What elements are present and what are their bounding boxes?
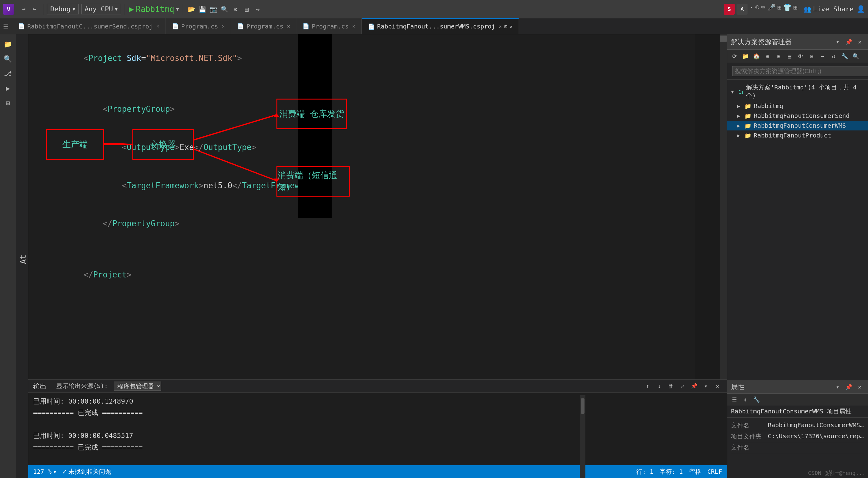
debug-dropdown[interactable]: Debug ▼ [47,4,79,14]
props-row-filename: 文件名 RabbitmqFanoutConsumerWMS.cspro [731,420,864,431]
output-close-icon[interactable]: ✕ [713,381,722,391]
output-body[interactable]: 已用时间: 00:00:00.1248970 ========== 已完成 ==… [28,392,727,465]
toolbar-sep2 [125,4,125,15]
toolbar-misc-icon2[interactable]: ▤ [242,4,252,14]
tree-item-consumer-send[interactable]: ▶ 📁 RabbitmqFanoutConsumerSend [727,111,868,121]
output-row-5: ========== 已完成 ========== [33,442,722,453]
editor-scrollbar[interactable] [720,34,727,379]
status-col: 字符: 1 [659,468,683,476]
sidebar-icon-git[interactable]: ⎇ [1,67,15,80]
status-crlf[interactable]: CRLF [707,468,722,475]
se-toolbar-more[interactable]: ⋯ [818,52,827,61]
props-row-filename2: 文件名 [731,442,864,453]
run-button[interactable]: ▶ Rabbitmq ▼ [129,4,179,14]
se-toolbar-folder[interactable]: 📁 [741,52,750,61]
se-pin-icon[interactable]: 📌 [844,37,853,46]
editor-area[interactable]: <Project Sdk="Microsoft.NET.Sdk"> <Prope… [28,34,727,379]
solution-search-box-container [727,63,868,80]
se-toolbar-filter[interactable]: ▤ [785,52,794,61]
output-clear-icon[interactable]: 🗑 [666,381,676,391]
se-toolbar-collapse[interactable]: ⊟ [807,52,816,61]
solution-tree: ▼ 🗂 解决方案'Rabbitmq'(4 个项目，共 4 个) ▶ 📁 Rabb… [727,80,868,380]
output-header-icons: ↑ ↓ 🗑 ⇌ 📌 ▾ ✕ [643,381,722,391]
tab-program-cs-3[interactable]: 📄 Program.cs ✕ [297,19,362,34]
toolbar-sep1 [43,4,43,15]
tree-item-consumer-wms[interactable]: ▶ 📁 RabbitmqFanoutConsumerWMS [727,121,868,131]
se-toolbar-props[interactable]: ⊞ [763,52,772,61]
props-pin-icon[interactable]: 📌 [844,382,853,391]
status-zoom[interactable]: 127 % ▼ [33,468,56,475]
props-toolbar-icon2[interactable]: ↕ [741,395,750,404]
sidebar-icon-debug-run[interactable]: ▶ [1,81,15,95]
se-close-icon[interactable]: ✕ [855,37,864,46]
account-icon[interactable]: 👤 [857,5,865,13]
logo-icon: V [3,4,14,15]
toolbar-open-file-icon[interactable]: 📂 [187,4,196,14]
se-minimize-icon[interactable]: ▾ [833,37,842,46]
code-line-4: <OutputType>Exe</OutputType> [36,128,720,167]
tab-csproj-wms[interactable]: 📄 RabbitmqFanout...sumerWMS.csproj ✕ ⊡ ✕ [362,19,519,34]
se-toolbar-settings[interactable]: ⚙ [774,52,783,61]
tab-program-cs-2[interactable]: 📄 Program.cs ✕ [231,19,297,34]
toolbar-icon-undo[interactable]: ↩ [19,4,29,14]
live-share-area: S A · ☺ ⌨ 🎤 ⊞ 👕 ⊞ 👥 Live Share 👤 [724,4,865,15]
props-toolbar-icon3[interactable]: 🔧 [752,395,761,404]
input-method-icons: S A · ☺ ⌨ 🎤 ⊞ 👕 ⊞ [724,4,797,15]
tree-item-rabbitmq[interactable]: ▶ 📁 Rabbitmq [727,101,868,111]
sidebar-icon-search[interactable]: 🔍 [1,52,15,66]
code-line-2 [36,77,720,90]
ime-dot-icon: · [749,4,753,15]
tree-item-fanout-product[interactable]: ▶ 📁 RabbitmqFanoutProduct [727,131,868,140]
code-line-1: <Project Sdk="Microsoft.NET.Sdk"> [36,39,720,77]
tab-item-menu[interactable]: ☰ [0,19,12,34]
output-scroll-up-icon[interactable]: ↑ [643,381,652,391]
tab-program-cs-1[interactable]: 📄 Program.cs ✕ [166,19,231,34]
code-line-3: <PropertyGroup> [36,90,720,128]
output-source-label: 显示输出来源(S): [56,382,108,390]
toolbar-save-icon[interactable]: 💾 [198,4,208,14]
ime-mic-icon: 🎤 [767,4,775,15]
ime-face-icon: ☺ [755,4,760,15]
status-right: 行: 1 字符: 1 空格 CRLF [636,468,722,476]
toolbar-camera-icon[interactable]: 📷 [209,4,219,14]
output-minimize-icon[interactable]: ▾ [701,381,710,391]
ime-icon: S [724,4,735,15]
toolbar-icon-redo[interactable]: ↪ [29,4,39,14]
sidebar-icon-extensions[interactable]: ⊞ [1,96,15,110]
status-row: 行: 1 [636,468,653,476]
mini-map [695,34,720,379]
output-source-select[interactable]: 程序包管理器 [114,381,161,391]
solution-explorer-toolbar: ⟳ 📁 🏠 ⊞ ⚙ ▤ 👁 ⊟ ⋯ ↺ 🔧 🔍 [727,49,868,63]
status-issues[interactable]: ✓ 未找到相关问题 [63,468,111,476]
se-toolbar-refresh[interactable]: ↺ [829,52,838,61]
tab-csproj-send[interactable]: 📄 RabbitmqFanoutC...sumerSend.csproj ✕ [12,19,166,34]
code-line-5: <TargetFramework>net5.0</TargetFramework… [36,167,720,205]
code-content[interactable]: <Project Sdk="Microsoft.NET.Sdk"> <Prope… [28,34,727,379]
se-toolbar-home[interactable]: 🏠 [752,52,761,61]
output-scroll-down-icon[interactable]: ↓ [655,381,664,391]
props-toolbar-icon1[interactable]: ☰ [730,395,739,404]
left-sidebar: 📁 🔍 ⎇ ▶ ⊞ [0,34,16,478]
toolbar-search-icon[interactable]: 🔍 [220,4,229,14]
tree-item-solution[interactable]: ▼ 🗂 解决方案'Rabbitmq'(4 个项目，共 4 个) [727,82,868,101]
props-minimize-icon[interactable]: ▾ [833,382,842,391]
code-line-6: </PropertyGroup> [36,205,720,243]
output-wrap-icon[interactable]: ⇌ [678,381,687,391]
toolbar-misc-icon1[interactable]: ⚙ [231,4,241,14]
toolbar-misc-icon3[interactable]: ↔ [253,4,263,14]
ime-apps-icon: ⊞ [793,4,797,15]
props-close-icon[interactable]: ✕ [855,382,864,391]
toolbar-sep3 [183,4,183,15]
se-toolbar-preview[interactable]: 👁 [796,52,805,61]
output-row-2: ========== 已完成 ========== [33,407,722,418]
se-toolbar-sync[interactable]: ⟳ [730,52,739,61]
platform-dropdown[interactable]: Any CPU ▼ [81,4,121,14]
solution-search-input[interactable] [732,66,868,76]
live-share-button[interactable]: 👥 Live Share [804,5,854,13]
se-toolbar-wrench[interactable]: 🔧 [840,52,849,61]
sidebar-icon-explorer[interactable]: 📁 [1,37,15,51]
se-toolbar-search-icon[interactable]: 🔍 [851,52,860,61]
output-scrollbar-thumb[interactable] [581,398,585,414]
output-scrollbar[interactable] [580,395,585,478]
output-pin-icon[interactable]: 📌 [690,381,699,391]
